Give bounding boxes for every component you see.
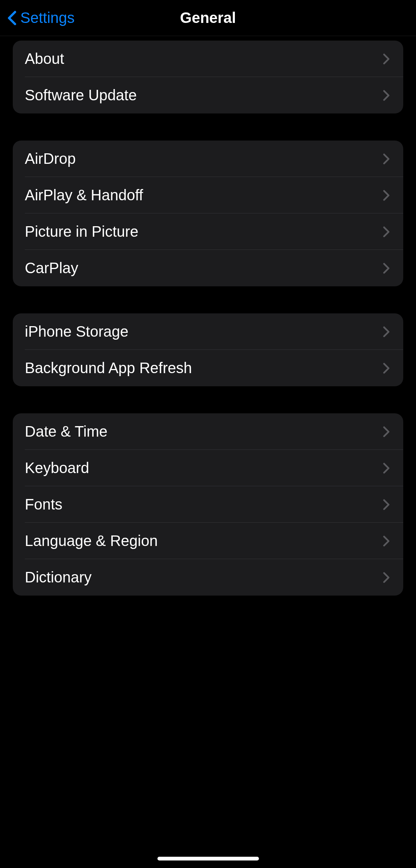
row-software-update[interactable]: Software Update — [13, 77, 403, 113]
row-background-app-refresh[interactable]: Background App Refresh — [13, 350, 403, 386]
row-dictionary[interactable]: Dictionary — [13, 559, 403, 596]
row-label: iPhone Storage — [25, 323, 129, 340]
chevron-right-icon — [383, 226, 390, 237]
chevron-right-icon — [383, 326, 390, 337]
back-button[interactable]: Settings — [8, 9, 75, 26]
row-label: Dictionary — [25, 569, 92, 586]
row-carplay[interactable]: CarPlay — [13, 250, 403, 286]
back-label: Settings — [20, 9, 75, 26]
group-preferences: Date & Time Keyboard Fonts Language & Re… — [13, 413, 403, 596]
chevron-right-icon — [383, 190, 390, 201]
row-language-region[interactable]: Language & Region — [13, 523, 403, 559]
nav-header: Settings General — [0, 0, 416, 36]
row-label: Software Update — [25, 87, 137, 104]
row-label: CarPlay — [25, 260, 78, 277]
group-connectivity: AirDrop AirPlay & Handoff Picture in Pic… — [13, 141, 403, 286]
chevron-right-icon — [383, 535, 390, 547]
home-indicator[interactable] — [157, 857, 259, 860]
chevron-right-icon — [383, 153, 390, 165]
row-airplay-handoff[interactable]: AirPlay & Handoff — [13, 177, 403, 213]
chevron-right-icon — [383, 53, 390, 65]
row-label: Background App Refresh — [25, 360, 192, 377]
row-fonts[interactable]: Fonts — [13, 486, 403, 523]
group-info: About Software Update — [13, 41, 403, 113]
chevron-right-icon — [383, 263, 390, 274]
chevron-right-icon — [383, 426, 390, 437]
row-keyboard[interactable]: Keyboard — [13, 450, 403, 486]
chevron-right-icon — [383, 463, 390, 474]
chevron-right-icon — [383, 363, 390, 374]
content: About Software Update AirDrop AirPlay & … — [0, 41, 416, 596]
chevron-right-icon — [383, 90, 390, 101]
group-storage: iPhone Storage Background App Refresh — [13, 313, 403, 386]
row-date-time[interactable]: Date & Time — [13, 413, 403, 450]
row-label: About — [25, 50, 64, 67]
row-label: Keyboard — [25, 460, 89, 476]
nav-title: General — [180, 9, 236, 26]
row-label: Picture in Picture — [25, 223, 138, 240]
chevron-right-icon — [383, 499, 390, 510]
chevron-left-icon — [8, 11, 17, 26]
chevron-right-icon — [383, 572, 390, 583]
row-iphone-storage[interactable]: iPhone Storage — [13, 313, 403, 350]
row-picture-in-picture[interactable]: Picture in Picture — [13, 213, 403, 250]
row-label: AirPlay & Handoff — [25, 187, 143, 204]
row-label: Language & Region — [25, 532, 158, 549]
row-label: Date & Time — [25, 423, 107, 440]
row-airdrop[interactable]: AirDrop — [13, 141, 403, 177]
row-label: Fonts — [25, 496, 62, 513]
row-about[interactable]: About — [13, 41, 403, 77]
row-label: AirDrop — [25, 150, 76, 167]
